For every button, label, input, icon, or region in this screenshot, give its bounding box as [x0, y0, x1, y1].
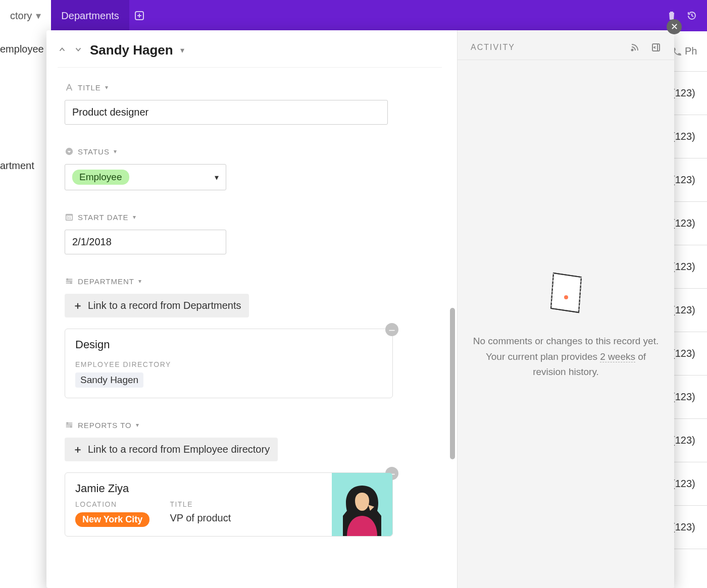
reports-to-title-label: TITLE: [170, 500, 231, 508]
reports-to-title-value: VP of product: [170, 512, 231, 524]
link-reports-to-label: Link to a record from Employee directory: [88, 444, 270, 455]
activity-header: ACTIVITY: [471, 43, 515, 52]
field-department-label: DEPARTMENT: [78, 277, 134, 286]
chevron-down-icon[interactable]: ▾: [114, 148, 117, 155]
reports-to-card[interactable]: – Jamie Ziya LOCATION New York City TITL…: [65, 472, 393, 537]
link-icon: [65, 420, 74, 430]
record-title[interactable]: Sandy Hagen: [90, 42, 173, 58]
bg-phone-cell: (123): [672, 158, 707, 202]
field-department: DEPARTMENT ▾ ＋ Link to a record from Dep…: [65, 277, 442, 398]
field-status: STATUS ▾ Employee ▾: [65, 147, 442, 190]
add-tab-button[interactable]: [129, 0, 149, 31]
reports-to-location-label: LOCATION: [75, 500, 149, 508]
link-icon: [65, 277, 74, 286]
activity-panel: ACTIVITY No comm: [457, 30, 674, 588]
tab-departments[interactable]: Departments: [51, 0, 129, 31]
chevron-down-icon: ▾: [215, 173, 219, 182]
record-form: Sandy Hagen ▾ TITLE ▾ STATUS ▾: [46, 30, 457, 588]
bg-phone-cell: (123): [672, 462, 707, 506]
chevron-down-icon[interactable]: ▾: [136, 421, 139, 429]
svg-point-12: [632, 49, 633, 51]
chevron-down-icon[interactable]: ▾: [180, 45, 184, 55]
department-card-title: Design: [75, 338, 382, 351]
field-title-label: TITLE: [78, 83, 101, 92]
svg-point-15: [564, 295, 568, 299]
collapse-panel-icon[interactable]: [651, 42, 661, 52]
plus-icon: ＋: [73, 299, 83, 312]
chevron-down-icon: ▾: [36, 10, 41, 22]
bg-phone-cell: (123): [672, 202, 707, 245]
rss-icon[interactable]: [630, 42, 640, 52]
empty-illustration-icon: [546, 268, 586, 318]
field-status-label: STATUS: [78, 147, 110, 156]
bg-phone-cell: (123): [672, 332, 707, 376]
field-title: TITLE ▾: [65, 83, 442, 125]
bg-phone-cell: (123): [672, 506, 707, 549]
link-department-label: Link to a record from Departments: [88, 300, 241, 311]
bg-phone-cell: (123): [672, 419, 707, 462]
chevron-down-icon[interactable]: ▾: [133, 213, 136, 221]
avatar: [332, 473, 392, 536]
field-reports-to: REPORTS TO ▾ ＋ Link to a record from Emp…: [65, 420, 442, 537]
next-record-button[interactable]: [74, 45, 83, 56]
svg-point-10: [71, 426, 72, 427]
bg-phone-cell: (123): [672, 289, 707, 332]
reports-to-location-value: New York City: [75, 512, 149, 527]
title-input[interactable]: [65, 100, 388, 125]
record-header: Sandy Hagen ▾: [58, 39, 442, 68]
svg-point-8: [71, 283, 72, 284]
prev-record-button[interactable]: [58, 45, 67, 56]
reports-to-card-title: Jamie Ziya: [75, 482, 322, 495]
chevron-down-icon[interactable]: ▾: [105, 84, 109, 91]
remove-link-button[interactable]: –: [385, 323, 398, 336]
plus-icon: ＋: [73, 443, 83, 456]
field-start-date: 31 START DATE ▾: [65, 212, 442, 254]
text-type-icon: [65, 83, 74, 92]
status-pill: Employee: [72, 170, 129, 185]
plus-icon: [134, 11, 144, 21]
svg-text:31: 31: [67, 216, 72, 220]
bg-phone-header: Ph: [672, 31, 707, 72]
bg-phone-cell: (123): [672, 72, 707, 115]
record-modal: Sandy Hagen ▾ TITLE ▾ STATUS ▾: [46, 30, 674, 588]
activity-history-link[interactable]: 2 weeks: [600, 351, 635, 362]
calendar-icon: 31: [65, 212, 74, 222]
history-icon[interactable]: [687, 11, 697, 21]
link-reports-to-button[interactable]: ＋ Link to a record from Employee directo…: [65, 438, 278, 461]
activity-empty-state: No comments or changes to this record ye…: [458, 60, 674, 588]
bg-phone-cell: (123): [672, 376, 707, 419]
close-icon: ✕: [671, 21, 678, 32]
department-card-tag: Sandy Hagen: [75, 372, 143, 388]
field-start-date-label: START DATE: [78, 213, 129, 222]
field-reports-to-label: REPORTS TO: [78, 421, 132, 430]
bg-phone-cell: (123): [672, 245, 707, 289]
chevron-down-icon[interactable]: ▾: [138, 278, 142, 285]
department-card[interactable]: – Design EMPLOYEE DIRECTORY Sandy Hagen: [65, 329, 393, 398]
start-date-input[interactable]: [65, 230, 226, 254]
close-record-button[interactable]: ✕: [667, 19, 682, 34]
svg-point-7: [67, 279, 68, 280]
tab-directory-label: ctory: [10, 10, 32, 22]
single-select-icon: [65, 147, 74, 156]
link-department-button[interactable]: ＋ Link to a record from Departments: [65, 294, 249, 317]
status-select[interactable]: Employee ▾: [65, 164, 226, 190]
bg-phone-cell: (123): [672, 115, 707, 158]
department-card-sublabel: EMPLOYEE DIRECTORY: [75, 360, 382, 368]
tab-directory[interactable]: ctory ▾: [0, 0, 51, 31]
tab-departments-label: Departments: [61, 10, 119, 22]
svg-point-9: [67, 423, 68, 424]
scrollbar[interactable]: [450, 308, 455, 459]
top-tab-bar: ctory ▾ Departments: [0, 0, 707, 31]
